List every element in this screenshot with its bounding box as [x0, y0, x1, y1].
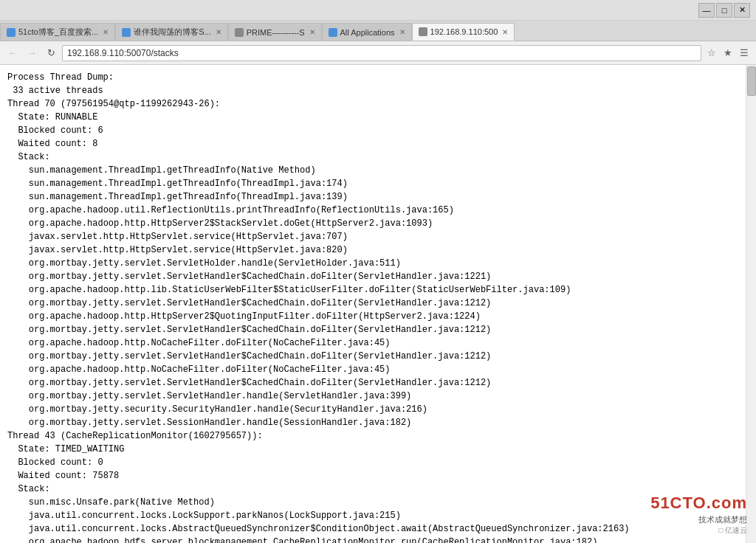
tab-label-4: All Applications	[340, 28, 395, 37]
tab-1[interactable]: 51cto博客_百度搜索... ✕	[0, 23, 115, 41]
address-right-icons: ☆ ★ ☰	[704, 46, 752, 60]
url-text: 192.168.9.110:50070/stacks	[67, 48, 179, 58]
reload-button[interactable]: ↻	[43, 45, 59, 61]
forward-button[interactable]: →	[24, 45, 40, 61]
tab-close-1[interactable]: ✕	[103, 28, 109, 36]
tab-favicon-3	[235, 28, 244, 37]
tab-close-5[interactable]: ✕	[502, 28, 508, 36]
scrollbar[interactable]	[746, 65, 756, 543]
tab-favicon-4	[329, 28, 337, 37]
tab-close-2[interactable]: ✕	[216, 28, 221, 36]
tab-favicon-5	[419, 27, 427, 36]
minimize-button[interactable]: —	[698, 3, 715, 18]
menu-icon[interactable]: ☰	[737, 46, 752, 60]
content-area[interactable]: Process Thread Dump: 33 active threads T…	[0, 65, 746, 543]
scrollbar-thumb[interactable]	[747, 66, 756, 96]
tab-4[interactable]: All Applications ✕	[322, 23, 412, 41]
tab-label-1: 51cto博客_百度搜索...	[18, 27, 98, 38]
tab-label-5: 192.168.9.110:500	[430, 27, 498, 36]
stack-trace-text: Process Thread Dump: 33 active threads T…	[7, 71, 738, 543]
url-input[interactable]: 192.168.9.110:50070/stacks	[62, 45, 701, 61]
tab-3[interactable]: PRIME----------S ✕	[228, 23, 322, 41]
window-controls: — □ ✕	[698, 3, 750, 18]
close-button[interactable]: ✕	[734, 3, 750, 18]
star-icon[interactable]: ★	[721, 46, 735, 60]
tab-close-3[interactable]: ✕	[309, 28, 315, 36]
tab-label-3: PRIME----------S	[247, 28, 305, 37]
back-button[interactable]: ←	[4, 45, 21, 61]
tab-label-2: 谁伴我闯荡的博客S...	[134, 27, 211, 38]
tab-bar: 51cto博客_百度搜索... ✕ 谁伴我闯荡的博客S... ✕ PRIME--…	[0, 21, 756, 41]
bookmark-icon[interactable]: ☆	[704, 46, 719, 60]
tab-2[interactable]: 谁伴我闯荡的博客S... ✕	[115, 23, 228, 41]
tab-5[interactable]: 192.168.9.110:500 ✕	[412, 23, 515, 41]
tab-favicon-1	[7, 28, 16, 37]
browser-content: Process Thread Dump: 33 active threads T…	[0, 65, 756, 543]
maximize-button[interactable]: □	[716, 3, 732, 18]
tab-close-4[interactable]: ✕	[399, 28, 405, 36]
address-bar: ← → ↻ 192.168.9.110:50070/stacks ☆ ★ ☰	[0, 41, 756, 65]
tab-favicon-2	[122, 28, 131, 37]
title-bar: — □ ✕	[0, 0, 756, 21]
